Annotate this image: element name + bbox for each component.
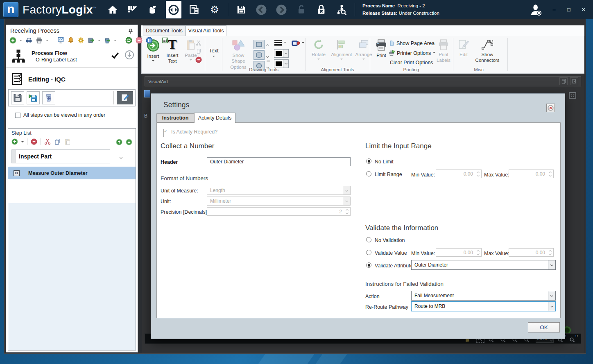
tab-activity-details[interactable]: Activity Details xyxy=(194,113,235,123)
maximize-button[interactable]: □ xyxy=(565,7,573,13)
stop-icon[interactable] xyxy=(136,37,143,44)
duplicate-page-icon[interactable] xyxy=(559,77,568,85)
archive-dropdown-icon[interactable] xyxy=(114,40,116,42)
rotate-dropdown-icon[interactable] xyxy=(317,59,320,61)
show-connectors-button[interactable]: Show Connectors xyxy=(473,39,502,63)
save-step-button[interactable] xyxy=(11,91,24,104)
paste-step-icon[interactable] xyxy=(64,138,70,145)
fill-color-combo[interactable] xyxy=(274,49,289,58)
close-button[interactable]: ✕ xyxy=(580,7,587,13)
delete-step-button[interactable] xyxy=(42,91,55,104)
process-editor-icon[interactable] xyxy=(126,3,140,17)
logout-user-icon[interactable] xyxy=(529,3,543,17)
print-dropdown-icon[interactable] xyxy=(46,40,48,42)
refresh-icon[interactable] xyxy=(125,37,132,44)
ok-button[interactable]: OK xyxy=(528,322,560,332)
fill-color-dropdown-icon[interactable] xyxy=(283,50,288,57)
is-activity-required-checkbox[interactable] xyxy=(163,129,164,137)
format-painter-button[interactable] xyxy=(291,39,304,47)
collapse-circle-icon[interactable] xyxy=(124,50,134,60)
group-chevron-icon[interactable] xyxy=(120,154,122,160)
step-group-header[interactable]: Inspect Part xyxy=(11,149,110,163)
rotate-button[interactable]: Rotate xyxy=(309,39,328,61)
copy-step-icon[interactable] xyxy=(54,138,61,145)
rounded-rect-shape-button[interactable] xyxy=(253,50,265,60)
export-dropdown-icon[interactable] xyxy=(98,40,100,42)
reports-icon[interactable] xyxy=(188,3,201,17)
clear-print-options-button[interactable]: Clear Print Options xyxy=(390,60,433,66)
limit-range-radio[interactable] xyxy=(366,171,371,176)
show-page-area-button[interactable]: Show Page Area xyxy=(389,40,435,46)
copy-icon[interactable] xyxy=(196,48,201,54)
validate-attribute-select[interactable]: Outer Diameter xyxy=(411,260,556,270)
board-icon[interactable] xyxy=(57,37,64,44)
print-icon[interactable] xyxy=(36,37,43,44)
shape-scroll-down-icon[interactable] xyxy=(267,52,269,59)
print-button[interactable]: Print xyxy=(373,39,390,58)
process-search-icon[interactable] xyxy=(335,3,349,17)
alignment-dropdown-icon[interactable] xyxy=(340,59,343,61)
archive-icon[interactable] xyxy=(104,37,111,44)
validate-attribute-radio[interactable] xyxy=(366,262,371,268)
zoom-in-fast-icon[interactable]: ++ xyxy=(569,335,577,343)
save-as-button[interactable] xyxy=(27,91,40,104)
home-icon[interactable] xyxy=(106,3,120,17)
forward-icon[interactable] xyxy=(274,3,288,17)
fit-screen-icon[interactable] xyxy=(568,92,577,100)
validate-value-radio[interactable] xyxy=(366,250,371,255)
format-painter-dropdown-icon[interactable] xyxy=(302,42,304,45)
text-dropdown-icon[interactable] xyxy=(213,56,215,58)
process-flow-row[interactable]: Process Flow O-Ring Label Last xyxy=(6,45,138,68)
edit-visual-aid-button[interactable] xyxy=(117,91,133,104)
save-icon[interactable] xyxy=(234,3,248,17)
step-list-item[interactable]: 01 Measure Outer Diameter xyxy=(8,167,136,179)
add-step-dropdown-icon[interactable] xyxy=(21,141,24,144)
add-icon[interactable] xyxy=(9,37,16,44)
line-color-dropdown-icon[interactable] xyxy=(283,60,288,68)
pin-icon[interactable] xyxy=(128,28,134,34)
rect-shape-button[interactable] xyxy=(253,40,265,49)
edit-button[interactable]: Edit xyxy=(455,39,472,57)
minimize-button[interactable]: – xyxy=(550,7,558,13)
any-order-checkbox[interactable] xyxy=(15,113,20,118)
text-button[interactable]: Text xyxy=(206,47,221,58)
canvas-thumbnail-partial[interactable]: B xyxy=(144,90,151,119)
remove-step-icon[interactable] xyxy=(31,138,37,145)
no-limit-radio[interactable] xyxy=(366,158,371,164)
move-up-icon[interactable] xyxy=(116,139,122,145)
export-icon[interactable] xyxy=(88,37,95,44)
show-shape-options-button[interactable]: Show Shape Options xyxy=(225,39,252,70)
remove-object-icon[interactable] xyxy=(195,57,202,63)
printer-options-button[interactable]: ? Printer Options xyxy=(388,50,435,56)
action-dropdown-icon[interactable] xyxy=(548,291,555,300)
find-icon[interactable] xyxy=(25,37,32,44)
pause-icon[interactable] xyxy=(146,37,153,44)
any-order-row[interactable]: All steps can be viewed in any order xyxy=(6,106,138,122)
alignment-button[interactable]: Alignment xyxy=(329,39,354,61)
dialog-close-button[interactable] xyxy=(546,104,555,112)
lock-close-icon[interactable] xyxy=(315,3,328,17)
add-dropdown-icon[interactable] xyxy=(20,40,22,42)
back-icon[interactable] xyxy=(254,3,268,17)
checklist-icon[interactable] xyxy=(162,37,168,44)
validate-attribute-dropdown-icon[interactable] xyxy=(548,260,555,269)
arrange-button[interactable]: Arrange xyxy=(354,39,373,61)
print-labels-button[interactable]: Print Labels xyxy=(435,39,452,63)
reroute-pathway-select[interactable]: Route to MRB xyxy=(411,301,556,311)
shape-scroll-up-icon[interactable] xyxy=(267,41,269,48)
cut-step-icon[interactable] xyxy=(44,138,51,145)
action-select[interactable]: Fail Measurement xyxy=(411,291,556,301)
unlock-icon[interactable] xyxy=(294,3,308,17)
no-validation-radio[interactable] xyxy=(366,237,371,242)
add-step-icon[interactable] xyxy=(11,138,18,145)
gear-orange-icon[interactable] xyxy=(77,37,84,44)
edit-page-icon[interactable] xyxy=(570,77,578,85)
materials-icon[interactable] xyxy=(146,3,160,17)
paste-dropdown-icon[interactable] xyxy=(190,59,192,62)
reroute-pathway-dropdown-icon[interactable] xyxy=(548,302,555,311)
cut-icon[interactable] xyxy=(196,40,201,46)
arrange-dropdown-icon[interactable] xyxy=(362,59,365,61)
tab-visual-aid-tools[interactable]: Visual Aid Tools xyxy=(186,25,226,36)
header-input[interactable]: Outer Diameter xyxy=(207,157,351,166)
tab-document-tools[interactable]: Document Tools xyxy=(143,25,186,36)
